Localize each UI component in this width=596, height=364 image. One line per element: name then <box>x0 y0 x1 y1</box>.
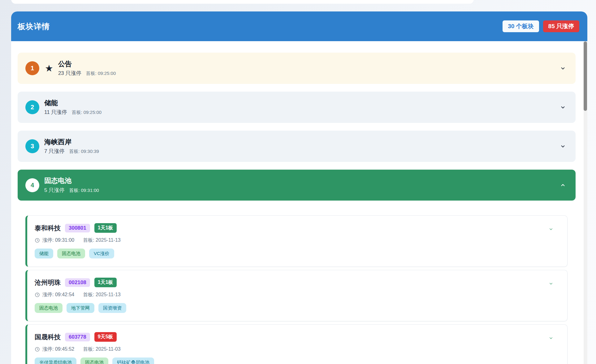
first-board-date: 首板: 2025-11-13 <box>83 237 121 244</box>
sector-name: 海峡西岸 <box>44 138 99 146</box>
stock-head: 泰和科技3008011天1板 <box>35 223 560 233</box>
chevron-down-icon[interactable] <box>549 336 553 340</box>
sector-detail-panel: 板块详情 30 个板块 85 只涨停 1★公告23 只涨停首板: 09:25:0… <box>11 11 587 364</box>
concept-tag[interactable]: 国资增资 <box>98 303 126 313</box>
panel-header: 板块详情 30 个板块 85 只涨停 <box>11 11 587 41</box>
sector-first-board-time: 首板: 09:25:00 <box>71 110 101 115</box>
previous-panel-edge <box>11 0 474 4</box>
clock-icon <box>35 347 40 352</box>
stock-meta: 涨停: 09:31:00首板: 2025-11-13 <box>35 237 560 244</box>
sector-info: 公告23 只涨停首板: 09:25:00 <box>58 60 116 77</box>
header-badges: 30 个板块 85 只涨停 <box>503 20 579 32</box>
stock-card[interactable]: 沧州明珠0021081天1板涨停: 09:42:54首板: 2025-11-13… <box>25 270 568 321</box>
tag-row: 固态电池地下管网国资增资 <box>35 303 560 313</box>
chevron-down-icon[interactable] <box>549 281 553 286</box>
sector-first-board-time: 首板: 09:31:00 <box>69 188 99 193</box>
stock-list: 泰和科技3008011天1板涨停: 09:31:00首板: 2025-11-13… <box>25 215 568 364</box>
sector-limit-up-count: 7 只涨停 <box>44 148 64 155</box>
stock-code-badge: 603778 <box>65 333 90 341</box>
sector-limit-up-count: 23 只涨停 <box>58 70 81 77</box>
stock-card[interactable]: 国晟科技6037789天5板涨停: 09:45:52首板: 2025-11-03… <box>25 324 568 364</box>
stock-meta: 涨停: 09:45:52首板: 2025-11-03 <box>35 346 560 353</box>
sector-row-3[interactable]: 3海峡西岸7 只涨停首板: 09:30:39 <box>18 131 576 162</box>
concept-tag[interactable]: 储能 <box>35 249 53 258</box>
limit-up-time: 涨停: 09:42:54 <box>42 292 74 298</box>
sector-first-board-time: 首板: 09:25:00 <box>86 71 116 76</box>
rank-badge: 2 <box>25 100 39 114</box>
sector-row-1[interactable]: 1★公告23 只涨停首板: 09:25:00 <box>18 53 576 84</box>
first-board-date: 首板: 2025-11-03 <box>83 346 121 353</box>
sector-list: 1★公告23 只涨停首板: 09:25:002储能11 只涨停首板: 09:25… <box>18 53 576 364</box>
limit-up-time: 涨停: 09:45:52 <box>42 346 74 353</box>
clock-icon <box>35 238 40 243</box>
concept-tag[interactable]: 固态电池 <box>35 303 63 313</box>
clock-icon <box>35 292 40 297</box>
stock-name: 沧州明珠 <box>35 278 61 287</box>
rank-badge: 3 <box>25 139 39 153</box>
sector-sub: 5 只涨停首板: 09:31:00 <box>44 187 99 194</box>
sector-info: 固态电池5 只涨停首板: 09:31:00 <box>44 176 99 194</box>
stock-head: 沧州明珠0021081天1板 <box>35 278 560 287</box>
sector-sub: 11 只涨停首板: 09:25:00 <box>44 109 101 116</box>
chevron-down-icon[interactable] <box>560 66 566 71</box>
sector-row-4[interactable]: 4固态电池5 只涨停首板: 09:31:00 <box>18 170 576 201</box>
stock-name: 泰和科技 <box>35 224 61 232</box>
stock-code-badge: 002108 <box>65 278 90 287</box>
rank-badge: 4 <box>25 178 39 192</box>
concept-tag[interactable]: VC涨价 <box>89 249 114 258</box>
sector-first-board-time: 首板: 09:30:39 <box>69 149 99 154</box>
chevron-down-icon[interactable] <box>549 227 553 232</box>
sector-row-2[interactable]: 2储能11 只涨停首板: 09:25:00 <box>18 92 576 123</box>
sector-name: 公告 <box>58 60 116 68</box>
chevron-down-icon[interactable] <box>560 105 566 110</box>
stock-code-badge: 300801 <box>65 224 90 232</box>
sector-info: 海峡西岸7 只涨停首板: 09:30:39 <box>44 138 99 155</box>
sector-sub: 7 只涨停首板: 09:30:39 <box>44 148 99 155</box>
sector-name: 固态电池 <box>44 176 99 185</box>
page-title: 板块详情 <box>18 21 50 32</box>
tag-row: 光伏异质结电池固态电池钙钛矿叠层电池 <box>35 358 560 364</box>
chevron-up-icon[interactable] <box>560 182 566 188</box>
sector-name: 储能 <box>44 99 101 107</box>
concept-tag[interactable]: 地下管网 <box>67 303 94 313</box>
streak-badge: 1天1板 <box>94 278 117 287</box>
rank-badge: 1 <box>25 61 39 75</box>
tag-row: 储能固态电池VC涨价 <box>35 249 560 258</box>
sector-count-badge: 30 个板块 <box>503 20 539 32</box>
concept-tag[interactable]: 固态电池 <box>80 358 108 364</box>
stock-name: 国晟科技 <box>35 333 61 341</box>
sector-sub: 23 只涨停首板: 09:25:00 <box>58 70 116 77</box>
limit-up-time: 涨停: 09:31:00 <box>42 237 74 244</box>
first-board-date: 首板: 2025-11-13 <box>83 292 121 298</box>
scrollbar-thumb[interactable] <box>584 41 587 111</box>
sector-limit-up-count: 5 只涨停 <box>44 187 64 194</box>
sector-limit-up-count: 11 只涨停 <box>44 109 67 116</box>
concept-tag[interactable]: 光伏异质结电池 <box>35 358 76 364</box>
stock-head: 国晟科技6037789天5板 <box>35 332 560 342</box>
streak-badge: 1天1板 <box>94 223 117 233</box>
chevron-down-icon[interactable] <box>560 144 566 149</box>
limit-up-count-badge: 85 只涨停 <box>543 20 579 32</box>
stock-meta: 涨停: 09:42:54首板: 2025-11-13 <box>35 292 560 298</box>
streak-badge: 9天5板 <box>94 332 117 342</box>
star-icon[interactable]: ★ <box>45 64 53 73</box>
stock-card[interactable]: 泰和科技3008011天1板涨停: 09:31:00首板: 2025-11-13… <box>25 215 568 267</box>
sector-info: 储能11 只涨停首板: 09:25:00 <box>44 99 101 116</box>
concept-tag[interactable]: 钙钛矿叠层电池 <box>112 358 154 364</box>
panel-body: 1★公告23 只涨停首板: 09:25:002储能11 只涨停首板: 09:25… <box>11 41 587 364</box>
concept-tag[interactable]: 固态电池 <box>57 249 85 258</box>
